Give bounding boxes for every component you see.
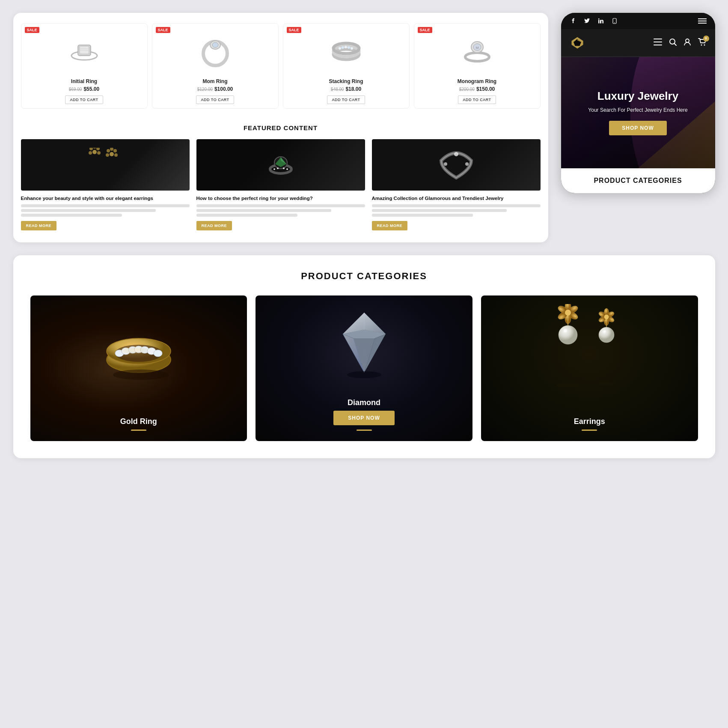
svg-point-55 (686, 39, 689, 42)
gold-ring-svg (96, 304, 181, 390)
svg-point-24 (89, 151, 92, 155)
product-image-initial-ring (26, 28, 143, 75)
svg-point-44 (598, 18, 600, 20)
svg-point-98 (599, 327, 614, 343)
ham-line-3 (698, 23, 707, 24)
svg-rect-43 (598, 20, 600, 24)
product-image-monogram-ring: M (419, 28, 536, 75)
svg-point-86 (565, 310, 571, 316)
mobile-icon (611, 17, 618, 25)
featured-thumb-3 (372, 139, 541, 191)
products-grid: SALE Initial Ring $69.00 $55.00 ADD TO C… (21, 23, 541, 109)
svg-point-25 (93, 148, 96, 149)
linkedin-icon[interactable] (597, 17, 605, 25)
svg-point-99 (603, 330, 606, 333)
svg-point-15 (351, 47, 353, 50)
svg-point-29 (114, 153, 118, 157)
cart-badge: 0 (703, 36, 709, 42)
featured-lines-1 (21, 204, 190, 217)
svg-point-27 (113, 149, 117, 152)
text-line (196, 209, 331, 212)
product-card-initial-ring: SALE Initial Ring $69.00 $55.00 ADD TO C… (21, 23, 148, 109)
svg-point-7 (212, 42, 218, 48)
text-line (196, 214, 297, 217)
category-name-earrings: Earrings (574, 417, 605, 426)
text-line (196, 204, 365, 207)
price-old-3: $48.00 (331, 87, 344, 92)
hamburger-icon[interactable] (698, 18, 707, 24)
phone-social-icons (570, 17, 618, 25)
product-prices-4: $200.00 $150.00 (459, 86, 495, 92)
svg-point-57 (704, 44, 705, 45)
phone-hero: Luxury Jewelry Your Search For Perfect J… (561, 57, 715, 168)
product-card-mom-ring: SALE Mom Ring $120.00 $100.00 ADD TO CAR… (152, 23, 279, 109)
product-prices-1: $69.00 $55.00 (69, 86, 99, 92)
category-name-diamond: Diamond (348, 398, 380, 407)
svg-point-23 (97, 151, 101, 155)
price-old-1: $69.00 (69, 87, 82, 92)
svg-point-46 (614, 22, 615, 23)
svg-point-26 (110, 152, 114, 156)
sale-badge-3: SALE (287, 27, 301, 33)
svg-point-88 (559, 325, 577, 344)
svg-text:M: M (475, 46, 478, 50)
featured-thumb-2 (196, 139, 365, 191)
diamond-shop-now-button[interactable]: SHOP NOW (333, 411, 394, 425)
svg-point-68 (117, 346, 152, 355)
category-card-diamond[interactable]: Diamond SHOP NOW (256, 295, 472, 441)
svg-point-31 (110, 148, 113, 151)
text-line (21, 204, 190, 207)
category-card-earrings[interactable]: Earrings (481, 295, 698, 441)
price-new-4: $150.00 (476, 86, 495, 92)
featured-section: FEATURED CONTENT (21, 124, 541, 230)
svg-point-42 (444, 162, 447, 166)
svg-line-54 (675, 44, 676, 45)
text-line (372, 209, 507, 212)
svg-rect-51 (654, 42, 662, 42)
user-nav-icon[interactable] (683, 38, 691, 48)
svg-point-12 (342, 46, 344, 49)
product-name-4: Monogram Ring (458, 78, 496, 84)
hero-shop-now-button[interactable]: SHOP NOW (609, 121, 666, 135)
svg-point-16 (465, 53, 489, 61)
price-new-2: $100.00 (214, 86, 233, 92)
right-panel: 0 Luxury Jewelry Your Search For Perfect… (561, 13, 715, 242)
featured-lines-3 (372, 204, 541, 217)
category-line-diamond (357, 430, 372, 431)
svg-point-41 (465, 162, 469, 166)
read-more-btn-3[interactable]: READ MORE (372, 221, 408, 230)
category-line-earrings (582, 430, 597, 431)
featured-card-title-2: How to choose the perfect ring for your … (196, 195, 365, 202)
featured-thumb-1 (21, 139, 190, 191)
menu-nav-icon[interactable] (654, 39, 662, 48)
bottom-product-categories-title: PRODUCT CATEGORIES (30, 271, 698, 282)
phone-nav: 0 (561, 29, 715, 57)
price-new-1: $55.00 (83, 86, 99, 92)
add-to-cart-1[interactable]: ADD TO CART (65, 95, 103, 104)
read-more-btn-2[interactable]: READ MORE (196, 221, 232, 230)
read-more-btn-1[interactable]: READ MORE (21, 221, 57, 230)
svg-point-67 (154, 350, 162, 357)
ring-thumb-svg (261, 148, 300, 182)
add-to-cart-3[interactable]: ADD TO CART (327, 95, 365, 104)
svg-point-100 (556, 383, 580, 388)
svg-point-13 (345, 46, 347, 48)
svg-point-30 (106, 153, 109, 157)
text-line (372, 204, 541, 207)
shop-now-overlay: SHOP NOW (333, 411, 394, 429)
twitter-icon[interactable] (583, 17, 591, 25)
add-to-cart-2[interactable]: ADD TO CART (196, 95, 234, 104)
sale-badge-2: SALE (156, 27, 170, 33)
category-line-ring (131, 430, 146, 431)
cart-nav-icon[interactable]: 0 (698, 38, 707, 48)
search-nav-icon[interactable] (669, 38, 677, 48)
category-card-gold-ring[interactable]: Gold Ring (30, 295, 247, 441)
featured-card-title-3: Amazing Collection of Glamorous and Tren… (372, 195, 541, 202)
sale-badge-4: SALE (418, 27, 432, 33)
category-name-ring: Gold Ring (120, 417, 157, 426)
add-to-cart-4[interactable]: ADD TO CART (458, 95, 496, 104)
svg-point-69 (113, 370, 169, 380)
svg-point-11 (339, 47, 341, 50)
facebook-icon[interactable] (570, 17, 577, 25)
product-card-stacking-ring: SALE Stacking Ring (283, 23, 410, 109)
